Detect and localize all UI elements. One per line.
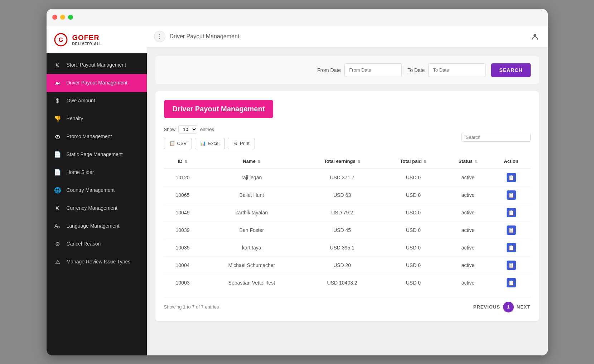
sidebar-icon-static-page: 📄 <box>54 151 62 159</box>
cell-name-3: Ben Foster <box>202 221 302 239</box>
cell-status-5: active <box>444 256 492 274</box>
excel-button[interactable]: 📊 Excel <box>195 138 225 149</box>
content-area: From Date To Date SEARCH Driver Payout M… <box>147 48 548 355</box>
sidebar-label-manage-review: Manage Review Issue Types <box>67 258 131 265</box>
pagination: PREVIOUS 1 NEXT <box>473 302 531 312</box>
cell-name-0: raji jegan <box>202 169 302 186</box>
cell-total_earnings-3: USD 45 <box>302 221 382 239</box>
sidebar-item-owe-amount[interactable]: $ Owe Amount <box>47 92 147 110</box>
sort-arrow-id: ⇅ <box>184 160 188 164</box>
table-row: 10065Bellet HuntUSD 63USD 0active📋 <box>164 186 531 204</box>
from-date-group: From Date <box>317 63 402 77</box>
cell-status-2: active <box>444 204 492 221</box>
sidebar-label-owe-amount: Owe Amount <box>67 97 95 104</box>
from-date-input[interactable] <box>344 63 402 77</box>
cell-total_paid-4: USD 0 <box>382 239 444 256</box>
cell-action-1: 📋 <box>492 186 531 204</box>
sidebar-icon-penalty: 👎 <box>54 115 62 123</box>
menu-button[interactable]: ⋮ <box>154 31 165 42</box>
sidebar-item-penalty[interactable]: 👎 Penalty <box>47 110 147 128</box>
sidebar-label-driver-payout: Driver Payout Management <box>67 79 127 86</box>
table-search-input[interactable] <box>461 133 531 142</box>
logo-text: GOFER DELIVERY ALL <box>72 34 102 46</box>
sidebar-icon-owe-amount: $ <box>54 97 62 105</box>
col-total_paid[interactable]: Total paid ⇅ <box>382 154 444 169</box>
sidebar-icon-language: Aₓ <box>54 222 62 230</box>
cell-status-4: active <box>444 239 492 256</box>
cell-action-3: 📋 <box>492 221 531 239</box>
sidebar-item-static-page[interactable]: 📄 Static Page Management <box>47 146 147 164</box>
table-row: 10120raji jeganUSD 371.7USD 0active📋 <box>164 169 531 186</box>
cell-status-0: active <box>444 169 492 186</box>
data-table: ID ⇅Name ⇅Total earnings ⇅Total paid ⇅St… <box>164 154 531 291</box>
sidebar-label-currency: Currency Management <box>67 205 117 211</box>
cell-name-2: karthik tayalan <box>202 204 302 221</box>
cell-action-5: 📋 <box>492 256 531 274</box>
excel-icon: 📊 <box>200 141 206 146</box>
cell-id-5: 10004 <box>164 256 202 274</box>
col-total_earnings[interactable]: Total earnings ⇅ <box>302 154 382 169</box>
cell-action-0: 📋 <box>492 169 531 186</box>
view-action-3[interactable]: 📋 <box>507 225 516 235</box>
view-action-6[interactable]: 📋 <box>507 278 516 287</box>
sidebar-icon-driver-payout: 🏍 <box>54 79 62 87</box>
table-row: 10049karthik tayalanUSD 79.2USD 0active📋 <box>164 204 531 221</box>
cell-total_earnings-6: USD 10403.2 <box>302 274 382 291</box>
sidebar-item-cancel-reason[interactable]: ⊗ Cancel Reason <box>47 235 147 253</box>
minimize-dot[interactable] <box>60 15 65 20</box>
cell-total_paid-3: USD 0 <box>382 221 444 239</box>
sidebar-item-promo[interactable]: 🎟 Promo Management <box>47 128 147 146</box>
sidebar: G GOFER DELIVERY ALL € Store Payout Mana… <box>47 26 147 355</box>
svg-point-2 <box>533 34 536 37</box>
table-row: 10003Sebastian Vettel TestUSD 10403.2USD… <box>164 274 531 291</box>
next-button[interactable]: NEXT <box>517 304 531 310</box>
cell-total_paid-6: USD 0 <box>382 274 444 291</box>
sort-arrow-total_earnings: ⇅ <box>357 160 361 164</box>
sidebar-item-currency[interactable]: € Currency Management <box>47 199 147 217</box>
maximize-dot[interactable] <box>68 15 73 20</box>
csv-button[interactable]: 📋 CSV <box>164 138 192 149</box>
entries-select[interactable]: 10 25 50 <box>178 125 197 134</box>
col-status[interactable]: Status ⇅ <box>444 154 492 169</box>
sidebar-label-penalty: Penalty <box>67 115 83 122</box>
col-id[interactable]: ID ⇅ <box>164 154 202 169</box>
cell-id-1: 10065 <box>164 186 202 204</box>
sidebar-label-cancel-reason: Cancel Reason <box>67 241 101 247</box>
logo-sub: DELIVERY ALL <box>72 42 102 46</box>
cell-total_paid-1: USD 0 <box>382 186 444 204</box>
app-body: G GOFER DELIVERY ALL € Store Payout Mana… <box>47 26 548 355</box>
table-card: Driver Payout Management Show 10 25 50 e <box>155 91 539 321</box>
print-button[interactable]: 🖨 Print <box>228 138 255 149</box>
table-row: 10039Ben FosterUSD 45USD 0active📋 <box>164 221 531 239</box>
table-controls: Show 10 25 50 entries 📋 CSV📊 Excel🖨 Prin… <box>164 125 531 149</box>
print-icon: 🖨 <box>233 141 238 146</box>
sidebar-item-language[interactable]: Aₓ Language Management <box>47 217 147 235</box>
table-banner: Driver Payout Management <box>164 100 274 118</box>
view-action-0[interactable]: 📋 <box>507 173 516 182</box>
sidebar-icon-cancel-reason: ⊗ <box>54 240 62 248</box>
to-date-input[interactable] <box>428 63 486 77</box>
sort-arrow-name: ⇅ <box>257 160 261 164</box>
cell-status-6: active <box>444 274 492 291</box>
close-dot[interactable] <box>52 15 57 20</box>
sidebar-item-manage-review[interactable]: ⚠ Manage Review Issue Types <box>47 253 147 271</box>
sidebar-item-driver-payout[interactable]: 🏍 Driver Payout Management <box>47 74 147 92</box>
cell-status-1: active <box>444 186 492 204</box>
search-button[interactable]: SEARCH <box>491 63 530 77</box>
entries-label: entries <box>200 127 214 132</box>
view-action-2[interactable]: 📋 <box>507 208 516 217</box>
view-action-5[interactable]: 📋 <box>507 261 516 270</box>
view-action-4[interactable]: 📋 <box>507 243 516 252</box>
view-action-1[interactable]: 📋 <box>507 190 516 200</box>
cell-action-2: 📋 <box>492 204 531 221</box>
col-name[interactable]: Name ⇅ <box>202 154 302 169</box>
cell-name-6: Sebastian Vettel Test <box>202 274 302 291</box>
cell-id-6: 10003 <box>164 274 202 291</box>
sidebar-item-country[interactable]: 🌐 Country Management <box>47 181 147 199</box>
sidebar-item-store-payout[interactable]: € Store Payout Management <box>47 56 147 74</box>
user-icon[interactable] <box>529 31 541 42</box>
page-1-button[interactable]: 1 <box>503 302 514 312</box>
cell-total_earnings-0: USD 371.7 <box>302 169 382 186</box>
previous-button[interactable]: PREVIOUS <box>473 304 500 310</box>
sidebar-item-home-slider[interactable]: 📄 Home Slider <box>47 164 147 181</box>
